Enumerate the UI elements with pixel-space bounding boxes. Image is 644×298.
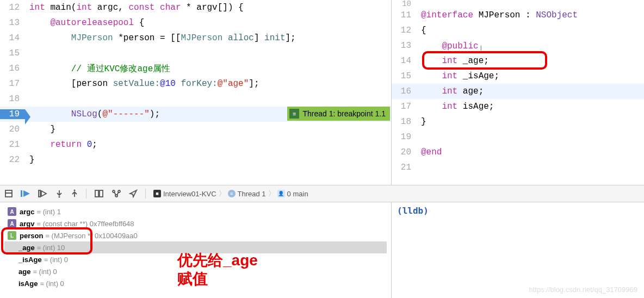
svg-rect-1 <box>5 190 12 193</box>
svg-marker-5 <box>41 191 46 196</box>
line-number[interactable]: 13 <box>392 41 417 51</box>
console-view[interactable]: (lldb) <box>392 202 644 298</box>
line-number[interactable]: 21 <box>392 163 417 172</box>
line-number[interactable]: 18 <box>392 117 417 127</box>
step-into-icon[interactable] <box>55 189 63 198</box>
code-line[interactable]: { <box>417 26 644 35</box>
line-number[interactable]: 19 <box>392 132 417 142</box>
svg-point-7 <box>74 190 76 191</box>
line-number[interactable]: 15 <box>0 48 25 58</box>
highlight-annotation <box>422 51 547 70</box>
svg-rect-4 <box>39 190 40 197</box>
breakpoint-badge[interactable]: ≡Thread 1: breakpoint 1.1 <box>287 107 390 121</box>
code-line[interactable]: } <box>417 117 644 127</box>
line-number[interactable]: 12 <box>0 3 25 13</box>
line-number[interactable]: 18 <box>0 94 25 104</box>
step-out-icon[interactable] <box>71 189 78 198</box>
code-line[interactable]: @interface MJPerson : NSObject <box>417 10 644 20</box>
line-number[interactable]: 14 <box>0 33 25 43</box>
svg-rect-2 <box>21 190 22 197</box>
arg-icon: A <box>8 219 16 228</box>
line-number[interactable]: 16 <box>0 64 25 73</box>
svg-point-6 <box>59 196 60 198</box>
watermark: https://blog.csdn.net/qq_31709969 <box>529 285 638 294</box>
code-line[interactable]: MJPerson *person = [[MJPerson alloc] ini… <box>25 33 391 43</box>
code-line[interactable]: // 通过KVC修改age属性 <box>25 63 391 74</box>
arg-icon: A <box>8 207 16 216</box>
code-line[interactable]: int main(int argc, const char * argv[]) … <box>25 3 391 13</box>
code-line[interactable]: int age; <box>417 86 644 96</box>
line-number[interactable]: 11 <box>392 10 417 20</box>
line-number[interactable]: 12 <box>392 26 417 35</box>
line-number[interactable]: 13 <box>0 18 25 28</box>
hide-debug-icon[interactable] <box>4 189 13 198</box>
line-number[interactable]: 17 <box>392 102 417 111</box>
svg-rect-0 <box>5 193 12 197</box>
breadcrumb-thread: Thread 1 <box>238 190 266 198</box>
code-line[interactable]: } <box>25 155 391 165</box>
target-icon: ■ <box>153 190 161 197</box>
location-icon[interactable] <box>129 189 138 198</box>
svg-rect-9 <box>100 190 103 197</box>
code-line[interactable] <box>25 94 391 104</box>
lldb-prompt: (lldb) <box>397 206 429 216</box>
line-number[interactable]: 10 <box>392 0 417 8</box>
line-number[interactable]: 15 <box>392 71 417 81</box>
code-line[interactable]: @end <box>417 147 644 157</box>
breadcrumb-frame: 0 main <box>287 190 308 198</box>
code-line[interactable] <box>25 48 391 58</box>
svg-marker-3 <box>23 190 30 197</box>
variable-row[interactable]: Aargc = (int) 1 <box>4 206 387 218</box>
line-number[interactable]: 20 <box>0 125 25 134</box>
line-number[interactable]: 20 <box>392 147 417 157</box>
frame-icon: 👤 <box>277 190 285 197</box>
highlight-annotation <box>1 227 92 254</box>
code-line[interactable]: } <box>25 125 391 134</box>
current-line-indicator[interactable]: 19 <box>0 109 25 119</box>
line-number[interactable]: 21 <box>0 140 25 150</box>
code-line[interactable]: @public╷ <box>417 40 644 51</box>
breadcrumb-target: Interview01-KVC <box>163 190 216 198</box>
code-line[interactable]: int _isAge; <box>417 71 644 81</box>
annotation-text: 优先给_age 赋值 <box>177 251 258 288</box>
right-editor[interactable]: 10 11@interface MJPerson : NSObject 12{ … <box>392 0 644 185</box>
code-line[interactable]: int isAge; <box>417 102 644 111</box>
line-number[interactable]: 16 <box>392 86 417 96</box>
line-number[interactable]: 17 <box>0 79 25 89</box>
view-debug-icon[interactable] <box>94 189 104 198</box>
continue-icon[interactable] <box>21 190 30 197</box>
step-over-icon[interactable] <box>38 190 48 197</box>
memory-graph-icon[interactable] <box>112 189 121 198</box>
line-number[interactable]: 14 <box>392 56 417 66</box>
thread-icon: ≡ <box>228 190 236 197</box>
debug-toolbar: ■ Interview01-KVC 〉 ≡ Thread 1 〉 👤 0 mai… <box>0 185 644 202</box>
svg-rect-8 <box>95 190 98 197</box>
divider <box>86 189 86 198</box>
thread-icon: ≡ <box>289 109 299 119</box>
variables-view[interactable]: Aargc = (int) 1 Aargv = (const char **) … <box>0 202 392 298</box>
left-editor[interactable]: 12int main(int argc, const char * argv[]… <box>0 0 392 185</box>
code-line[interactable]: [person setValue:@10 forKey:@"age"]; <box>25 79 391 89</box>
code-line[interactable]: @autoreleasepool { <box>25 18 391 28</box>
line-number[interactable]: 22 <box>0 155 25 165</box>
code-line[interactable]: return 0; <box>25 140 391 150</box>
breadcrumb[interactable]: ■ Interview01-KVC 〉 ≡ Thread 1 〉 👤 0 mai… <box>153 189 308 198</box>
divider <box>145 189 146 198</box>
